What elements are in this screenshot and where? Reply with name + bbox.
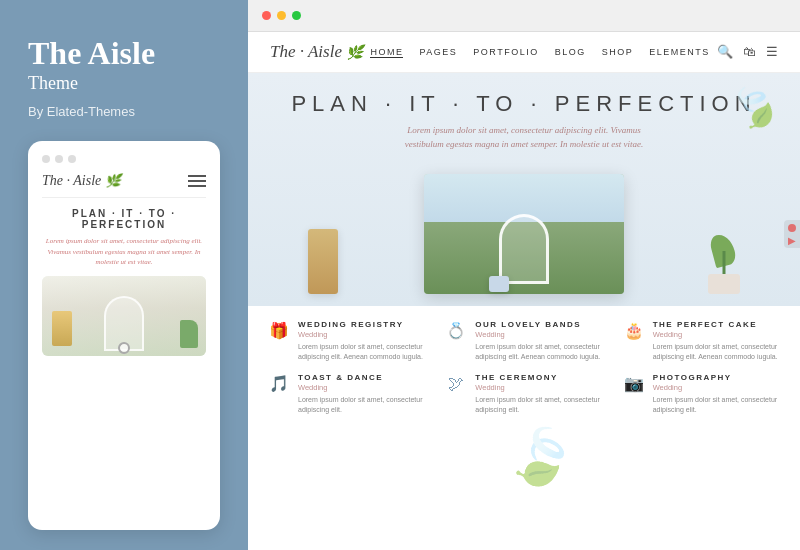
theme-title: The Aisle	[28, 36, 220, 71]
feature-title-5: THE CEREMONY	[475, 373, 602, 382]
feature-category-3: Wedding	[653, 330, 780, 339]
mobile-hamburger-icon[interactable]	[188, 175, 206, 187]
feature-item-6: 📷 PHOTOGRAPHY Wedding Lorem ipsum dolor …	[623, 373, 780, 416]
feature-item-1: 🎁 WEDDING REGISTRY Wedding Lorem ipsum d…	[268, 320, 425, 363]
feature-icon-3: 🎂	[623, 320, 645, 342]
feature-category-2: Wedding	[475, 330, 602, 339]
feature-content-6: PHOTOGRAPHY Wedding Lorem ipsum dolor si…	[653, 373, 780, 416]
browser-dot-red[interactable]	[262, 11, 271, 20]
bottom-leaf-decor: 🍃	[501, 417, 584, 498]
feature-content-2: OUR LOVELY BANDS Wedding Lorem ipsum dol…	[475, 320, 602, 363]
menu-icon[interactable]: ☰	[766, 44, 778, 60]
mobile-dot-3	[68, 155, 76, 163]
feature-title-3: THE PERFECT CAKE	[653, 320, 780, 329]
hero-main-image	[424, 174, 624, 294]
features-grid: 🎁 WEDDING REGISTRY Wedding Lorem ipsum d…	[268, 320, 780, 416]
feature-text-1: Lorem ipsum dolor sit amet, consectetur …	[298, 342, 425, 363]
feature-text-6: Lorem ipsum dolor sit amet, consectetur …	[653, 395, 780, 416]
nav-pages[interactable]: PAGES	[419, 47, 457, 57]
nav-blog[interactable]: BLOG	[555, 47, 586, 57]
mobile-dot-1	[42, 155, 50, 163]
feature-category-5: Wedding	[475, 383, 602, 392]
mobile-ring-decor	[118, 342, 130, 354]
ring-box-decor	[489, 276, 509, 292]
scroll-arrow-icon: ▶	[788, 236, 796, 244]
mobile-dot-2	[55, 155, 63, 163]
feature-title-1: WEDDING REGISTRY	[298, 320, 425, 329]
feature-title-4: TOAST & DANCE	[298, 373, 425, 382]
feature-text-3: Lorem ipsum dolor sit amet, consectetur …	[653, 342, 780, 363]
feature-icon-4: 🎵	[268, 373, 290, 395]
mobile-logo: The · Aisle 🌿	[42, 173, 121, 189]
browser-chrome	[248, 0, 800, 32]
deco-leaf-right: 🍃	[722, 74, 789, 140]
theme-subtitle: Theme	[28, 73, 220, 94]
site-header-icons: 🔍 🛍 ☰	[717, 44, 778, 60]
hero-title: PLAN · IT · TO · PERFECTION	[278, 91, 770, 117]
feature-icon-6: 📷	[623, 373, 645, 395]
feature-text-2: Lorem ipsum dolor sit amet, consectetur …	[475, 342, 602, 363]
pencil-jar-decor	[308, 229, 338, 294]
right-panel: The · Aisle 🌿 HOME PAGES PORTFOLIO BLOG …	[248, 0, 800, 550]
nav-shop[interactable]: SHOP	[602, 47, 634, 57]
scroll-indicator[interactable]: ▶	[784, 220, 800, 248]
site-header: The · Aisle 🌿 HOME PAGES PORTFOLIO BLOG …	[248, 32, 800, 73]
site-logo: The · Aisle 🌿	[270, 42, 363, 62]
plant-pot-decor	[706, 239, 742, 294]
feature-item-3: 🎂 THE PERFECT CAKE Wedding Lorem ipsum d…	[623, 320, 780, 363]
mobile-nav: The · Aisle 🌿	[42, 173, 206, 198]
website-mockup: The · Aisle 🌿 HOME PAGES PORTFOLIO BLOG …	[248, 32, 800, 550]
feature-icon-5: 🕊	[445, 373, 467, 395]
feature-title-6: PHOTOGRAPHY	[653, 373, 780, 382]
mobile-pencils-decor	[52, 311, 72, 346]
feature-content-3: THE PERFECT CAKE Wedding Lorem ipsum dol…	[653, 320, 780, 363]
hero-image-container	[278, 164, 770, 294]
feature-icon-2: 💍	[445, 320, 467, 342]
feature-content-5: THE CEREMONY Wedding Lorem ipsum dolor s…	[475, 373, 602, 416]
nav-portfolio[interactable]: PORTFOLIO	[473, 47, 538, 57]
browser-dot-green[interactable]	[292, 11, 301, 20]
feature-content-1: WEDDING REGISTRY Wedding Lorem ipsum dol…	[298, 320, 425, 363]
browser-dot-yellow[interactable]	[277, 11, 286, 20]
site-nav: HOME PAGES PORTFOLIO BLOG SHOP ELEMENTS	[370, 47, 709, 58]
feature-category-4: Wedding	[298, 383, 425, 392]
feature-item-5: 🕊 THE CEREMONY Wedding Lorem ipsum dolor…	[445, 373, 602, 416]
hero-subtitle: Lorem ipsum dolor sit amet, consectetur …	[394, 123, 654, 152]
feature-category-6: Wedding	[653, 383, 780, 392]
feature-content-4: TOAST & DANCE Wedding Lorem ipsum dolor …	[298, 373, 425, 416]
left-panel: The Aisle Theme By Elated-Themes The · A…	[0, 0, 248, 550]
features-section: 🎁 WEDDING REGISTRY Wedding Lorem ipsum d…	[248, 306, 800, 426]
feature-title-2: OUR LOVELY BANDS	[475, 320, 602, 329]
nav-home[interactable]: HOME	[370, 47, 403, 58]
mobile-plant-decor	[180, 320, 198, 348]
mobile-image-area	[42, 276, 206, 356]
nav-elements[interactable]: ELEMENTS	[649, 47, 710, 57]
feature-text-5: Lorem ipsum dolor sit amet, consectetur …	[475, 395, 602, 416]
hero-section: PLAN · IT · TO · PERFECTION Lorem ipsum …	[248, 73, 800, 306]
cart-icon[interactable]: 🛍	[743, 44, 756, 60]
feature-category-1: Wedding	[298, 330, 425, 339]
scroll-dot	[788, 224, 796, 232]
theme-author: By Elated-Themes	[28, 104, 220, 119]
mobile-body-text: Lorem ipsum dolor sit amet, consectetur …	[42, 236, 206, 268]
mobile-preview-card: The · Aisle 🌿 PLAN · IT · TO · PERFECTIO…	[28, 141, 220, 530]
mobile-hero-title: PLAN · IT · TO · PERFECTION	[42, 208, 206, 230]
feature-item-4: 🎵 TOAST & DANCE Wedding Lorem ipsum dolo…	[268, 373, 425, 416]
feature-item-2: 💍 OUR LOVELY BANDS Wedding Lorem ipsum d…	[445, 320, 602, 363]
mobile-window-dots	[42, 155, 206, 163]
search-icon[interactable]: 🔍	[717, 44, 733, 60]
feature-icon-1: 🎁	[268, 320, 290, 342]
feature-text-4: Lorem ipsum dolor sit amet, consectetur …	[298, 395, 425, 416]
